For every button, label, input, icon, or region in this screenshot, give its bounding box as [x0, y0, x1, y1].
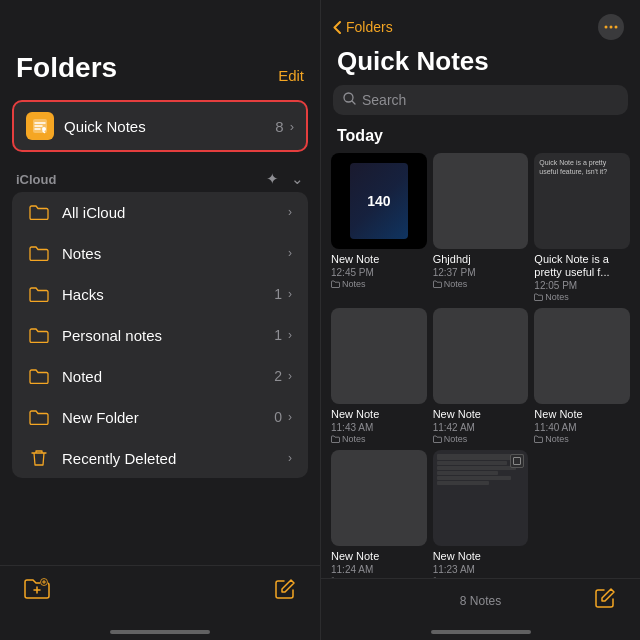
quick-notes-label: Quick Notes: [64, 118, 275, 135]
folder-icon: [28, 201, 50, 223]
folder-count: 1: [274, 327, 282, 343]
note-thumbnail: Quick Note is a pretty useful feature, i…: [534, 153, 630, 249]
note-item[interactable]: New Note 11:40 AM Notes: [534, 308, 630, 444]
folder-count: 0: [274, 409, 282, 425]
folder-chevron: ›: [288, 205, 292, 219]
folder-icon: [28, 283, 50, 305]
note-time: 11:24 AM: [331, 564, 427, 575]
folder-name: Personal notes: [62, 327, 274, 344]
note-name: Quick Note is a pretty useful f...: [534, 253, 630, 279]
folder-chevron: ›: [288, 246, 292, 260]
notes-grid: 140 New Note 12:45 PM Notes Ghjdhdj 12:3…: [321, 153, 640, 578]
phone-screen-text: 140: [367, 193, 390, 209]
folder-item-notes[interactable]: Notes ›: [12, 233, 308, 274]
note-thumbnail: [331, 308, 427, 404]
folder-count: 2: [274, 368, 282, 384]
note-time: 12:45 PM: [331, 267, 427, 278]
note-time: 11:42 AM: [433, 422, 529, 433]
svg-point-4: [605, 26, 608, 29]
note-name: New Note: [331, 408, 427, 421]
folder-name: Notes: [62, 245, 288, 262]
loading-icon: ✦: [266, 170, 279, 188]
folder-item-noted[interactable]: Noted 2 ›: [12, 356, 308, 397]
quick-notes-count: 8: [275, 118, 283, 135]
quick-notes-chevron: ›: [290, 119, 294, 134]
search-icon: [343, 92, 356, 108]
search-bar[interactable]: Search: [333, 85, 628, 115]
folder-item-all-icloud[interactable]: All iCloud ›: [12, 192, 308, 233]
note-folder: Notes: [433, 279, 529, 289]
note-thumbnail: [433, 153, 529, 249]
quick-notes-icon: [26, 112, 54, 140]
note-item[interactable]: New Note 11:43 AM Notes: [331, 308, 427, 444]
note-time: 11:23 AM: [433, 564, 529, 575]
note-name: New Note: [331, 550, 427, 563]
note-name: New Note: [433, 408, 529, 421]
note-time: 12:37 PM: [433, 267, 529, 278]
phone-screen-preview: 140: [350, 163, 407, 240]
folders-title: Folders: [16, 52, 117, 84]
svg-point-6: [615, 26, 618, 29]
note-name: New Note: [534, 408, 630, 421]
icloud-folder-list: All iCloud › Notes › Hacks 1 ›: [12, 192, 308, 478]
folder-chevron: ›: [288, 451, 292, 465]
folder-name: New Folder: [62, 409, 274, 426]
quick-notes-row[interactable]: Quick Notes 8 ›: [12, 100, 308, 152]
compose-button[interactable]: [274, 578, 296, 606]
back-button[interactable]: Folders: [333, 19, 393, 35]
notes-count-label: 8 Notes: [367, 594, 594, 608]
folder-item-hacks[interactable]: Hacks 1 ›: [12, 274, 308, 315]
edit-button[interactable]: Edit: [278, 67, 304, 84]
note-item[interactable]: New Note 11:24 AM Notes: [331, 450, 427, 578]
note-item[interactable]: Quick Note is a pretty useful feature, i…: [534, 153, 630, 302]
folder-chevron: ›: [288, 369, 292, 383]
note-item[interactable]: New Note 11:23 AM Notes: [433, 450, 529, 578]
folder-icon: [28, 242, 50, 264]
note-item[interactable]: 140 New Note 12:45 PM Notes: [331, 153, 427, 302]
folder-icon: [28, 365, 50, 387]
folder-count: 1: [274, 286, 282, 302]
home-indicator: [0, 626, 320, 640]
folder-name: Hacks: [62, 286, 274, 303]
folder-item-recently-deleted[interactable]: Recently Deleted ›: [12, 438, 308, 478]
note-folder: Notes: [433, 434, 529, 444]
note-item[interactable]: Ghjdhdj 12:37 PM Notes: [433, 153, 529, 302]
folder-item-personal[interactable]: Personal notes 1 ›: [12, 315, 308, 356]
folder-icon: [28, 324, 50, 346]
trash-icon: [28, 447, 50, 469]
left-panel: Folders Edit Quick Notes 8 › iCloud ✦ ⌄: [0, 0, 320, 640]
note-thumbnail: [331, 450, 427, 546]
today-section-label: Today: [321, 123, 640, 153]
compose-button[interactable]: [594, 587, 616, 614]
folder-chevron: ›: [288, 328, 292, 342]
more-button[interactable]: [598, 14, 624, 40]
note-thumb-text: Quick Note is a pretty useful feature, i…: [539, 158, 625, 176]
folder-name: Recently Deleted: [62, 450, 288, 467]
note-item[interactable]: New Note 11:42 AM Notes: [433, 308, 529, 444]
left-header: Folders Edit: [0, 0, 320, 92]
home-indicator: [321, 626, 640, 640]
icloud-title: iCloud: [16, 172, 56, 187]
folder-icon: [28, 406, 50, 428]
left-footer: [0, 565, 320, 626]
chevron-down-icon[interactable]: ⌄: [291, 170, 304, 188]
folder-item-new-folder[interactable]: New Folder 0 ›: [12, 397, 308, 438]
note-thumbnail: [433, 308, 529, 404]
right-panel: Folders Quick Notes Search Today 140: [320, 0, 640, 640]
note-time: 12:05 PM: [534, 280, 630, 291]
svg-point-5: [610, 26, 613, 29]
note-folder: Notes: [331, 279, 427, 289]
note-folder: Notes: [331, 434, 427, 444]
note-folder: Notes: [534, 434, 630, 444]
note-thumbnail: 140: [331, 153, 427, 249]
folder-name: Noted: [62, 368, 274, 385]
note-folder: Notes: [534, 292, 630, 302]
note-time: 11:43 AM: [331, 422, 427, 433]
new-folder-button[interactable]: [24, 578, 50, 606]
right-footer: 8 Notes: [321, 578, 640, 626]
section-icons: ✦ ⌄: [266, 170, 304, 188]
folder-name: All iCloud: [62, 204, 288, 221]
folder-chevron: ›: [288, 410, 292, 424]
quick-notes-page-title: Quick Notes: [321, 46, 640, 85]
note-thumbnail: [534, 308, 630, 404]
